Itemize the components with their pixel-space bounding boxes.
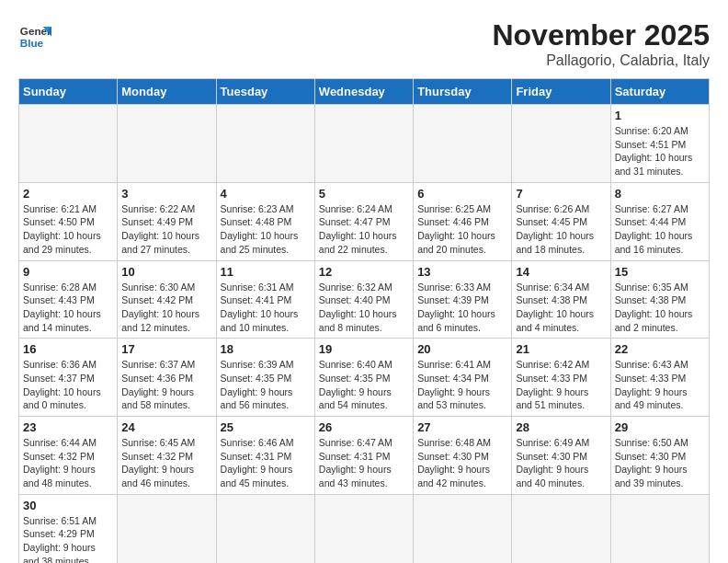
calendar-cell: 18Sunrise: 6:39 AM Sunset: 4:35 PM Dayli… — [216, 339, 314, 417]
day-number: 12 — [319, 265, 409, 279]
calendar-cell: 28Sunrise: 6:49 AM Sunset: 4:30 PM Dayli… — [512, 417, 610, 495]
day-number: 25 — [221, 420, 311, 434]
calendar-cell: 13Sunrise: 6:33 AM Sunset: 4:39 PM Dayli… — [414, 260, 512, 339]
calendar-cell: 22Sunrise: 6:43 AM Sunset: 4:33 PM Dayli… — [610, 339, 709, 417]
calendar-cell — [118, 494, 216, 563]
day-info: Sunrise: 6:33 AM Sunset: 4:39 PM Dayligh… — [417, 281, 507, 335]
day-info: Sunrise: 6:22 AM Sunset: 4:49 PM Dayligh… — [121, 202, 211, 257]
calendar-cell: 9Sunrise: 6:28 AM Sunset: 4:43 PM Daylig… — [19, 260, 118, 339]
day-number: 7 — [516, 187, 606, 201]
day-info: Sunrise: 6:40 AM Sunset: 4:35 PM Dayligh… — [319, 358, 409, 412]
day-info: Sunrise: 6:51 AM Sunset: 4:29 PM Dayligh… — [23, 514, 113, 563]
day-info: Sunrise: 6:48 AM Sunset: 4:30 PM Dayligh… — [417, 436, 507, 490]
day-info: Sunrise: 6:32 AM Sunset: 4:40 PM Dayligh… — [319, 281, 409, 335]
calendar-cell — [512, 494, 610, 563]
day-info: Sunrise: 6:36 AM Sunset: 4:37 PM Dayligh… — [23, 358, 113, 412]
calendar-cell: 29Sunrise: 6:50 AM Sunset: 4:30 PM Dayli… — [610, 417, 709, 495]
day-number: 5 — [319, 187, 409, 201]
calendar-cell: 26Sunrise: 6:47 AM Sunset: 4:31 PM Dayli… — [314, 417, 413, 495]
calendar-cell — [314, 494, 413, 563]
col-header-tuesday: Tuesday — [216, 79, 314, 105]
day-number: 17 — [121, 342, 211, 356]
day-number: 4 — [221, 187, 311, 201]
calendar-header-row: SundayMondayTuesdayWednesdayThursdayFrid… — [19, 79, 710, 105]
day-info: Sunrise: 6:46 AM Sunset: 4:31 PM Dayligh… — [221, 436, 311, 490]
calendar-cell — [118, 105, 216, 183]
svg-text:Blue: Blue — [20, 37, 44, 49]
title-block: November 2025 Pallagorio, Calabria, Ital… — [492, 18, 710, 69]
day-number: 21 — [516, 342, 606, 356]
day-info: Sunrise: 6:24 AM Sunset: 4:47 PM Dayligh… — [319, 202, 409, 257]
day-info: Sunrise: 6:26 AM Sunset: 4:45 PM Dayligh… — [516, 202, 606, 257]
day-number: 16 — [23, 342, 113, 356]
day-number: 22 — [615, 342, 705, 356]
day-number: 8 — [615, 187, 705, 201]
day-number: 30 — [23, 499, 113, 512]
calendar-cell: 5Sunrise: 6:24 AM Sunset: 4:47 PM Daylig… — [314, 182, 413, 260]
day-number: 13 — [417, 265, 507, 279]
day-info: Sunrise: 6:30 AM Sunset: 4:42 PM Dayligh… — [121, 281, 211, 335]
calendar-cell — [314, 105, 413, 183]
col-header-saturday: Saturday — [610, 79, 709, 105]
col-header-monday: Monday — [118, 79, 216, 105]
day-number: 9 — [23, 265, 113, 279]
calendar-cell: 23Sunrise: 6:44 AM Sunset: 4:32 PM Dayli… — [19, 417, 118, 495]
calendar-cell: 3Sunrise: 6:22 AM Sunset: 4:49 PM Daylig… — [118, 182, 216, 260]
day-info: Sunrise: 6:47 AM Sunset: 4:31 PM Dayligh… — [319, 436, 409, 490]
calendar-cell: 8Sunrise: 6:27 AM Sunset: 4:44 PM Daylig… — [610, 182, 709, 260]
day-info: Sunrise: 6:43 AM Sunset: 4:33 PM Dayligh… — [615, 358, 705, 412]
month-title: November 2025 — [492, 18, 710, 52]
calendar-week-row: 30Sunrise: 6:51 AM Sunset: 4:29 PM Dayli… — [19, 494, 710, 563]
day-info: Sunrise: 6:35 AM Sunset: 4:38 PM Dayligh… — [615, 281, 705, 335]
day-info: Sunrise: 6:34 AM Sunset: 4:38 PM Dayligh… — [516, 281, 606, 335]
calendar-cell: 20Sunrise: 6:41 AM Sunset: 4:34 PM Dayli… — [414, 339, 512, 417]
calendar-cell — [414, 105, 512, 183]
calendar-cell: 7Sunrise: 6:26 AM Sunset: 4:45 PM Daylig… — [512, 182, 610, 260]
calendar-cell: 16Sunrise: 6:36 AM Sunset: 4:37 PM Dayli… — [19, 339, 118, 417]
day-number: 28 — [516, 420, 606, 434]
logo: General Blue — [18, 18, 51, 52]
calendar-cell: 15Sunrise: 6:35 AM Sunset: 4:38 PM Dayli… — [610, 260, 709, 339]
day-number: 27 — [417, 420, 507, 434]
calendar-cell: 14Sunrise: 6:34 AM Sunset: 4:38 PM Dayli… — [512, 260, 610, 339]
day-number: 1 — [615, 109, 705, 122]
day-number: 18 — [221, 342, 311, 356]
calendar-week-row: 1Sunrise: 6:20 AM Sunset: 4:51 PM Daylig… — [19, 105, 710, 183]
day-info: Sunrise: 6:41 AM Sunset: 4:34 PM Dayligh… — [417, 358, 507, 412]
day-number: 6 — [417, 187, 507, 201]
day-number: 26 — [319, 420, 409, 434]
day-info: Sunrise: 6:50 AM Sunset: 4:30 PM Dayligh… — [615, 436, 705, 490]
calendar-table: SundayMondayTuesdayWednesdayThursdayFrid… — [18, 78, 710, 563]
calendar-cell: 4Sunrise: 6:23 AM Sunset: 4:48 PM Daylig… — [216, 182, 314, 260]
day-info: Sunrise: 6:21 AM Sunset: 4:50 PM Dayligh… — [23, 202, 113, 257]
day-number: 20 — [417, 342, 507, 356]
location: Pallagorio, Calabria, Italy — [492, 52, 710, 69]
day-number: 29 — [615, 420, 705, 434]
col-header-wednesday: Wednesday — [314, 79, 413, 105]
day-info: Sunrise: 6:42 AM Sunset: 4:33 PM Dayligh… — [516, 358, 606, 412]
calendar-cell: 1Sunrise: 6:20 AM Sunset: 4:51 PM Daylig… — [610, 105, 709, 183]
calendar-cell: 19Sunrise: 6:40 AM Sunset: 4:35 PM Dayli… — [314, 339, 413, 417]
calendar-cell: 25Sunrise: 6:46 AM Sunset: 4:31 PM Dayli… — [216, 417, 314, 495]
day-info: Sunrise: 6:25 AM Sunset: 4:46 PM Dayligh… — [417, 202, 507, 257]
logo-icon: General Blue — [18, 18, 51, 52]
day-number: 14 — [516, 265, 606, 279]
calendar-cell: 10Sunrise: 6:30 AM Sunset: 4:42 PM Dayli… — [118, 260, 216, 339]
day-number: 11 — [221, 265, 311, 279]
day-number: 19 — [319, 342, 409, 356]
day-info: Sunrise: 6:49 AM Sunset: 4:30 PM Dayligh… — [516, 436, 606, 490]
page-header: General Blue November 2025 Pallagorio, C… — [18, 18, 710, 69]
day-number: 3 — [121, 187, 211, 201]
calendar-week-row: 23Sunrise: 6:44 AM Sunset: 4:32 PM Dayli… — [19, 417, 710, 495]
calendar-cell — [216, 494, 314, 563]
day-info: Sunrise: 6:44 AM Sunset: 4:32 PM Dayligh… — [23, 436, 113, 490]
calendar-cell: 11Sunrise: 6:31 AM Sunset: 4:41 PM Dayli… — [216, 260, 314, 339]
calendar-week-row: 2Sunrise: 6:21 AM Sunset: 4:50 PM Daylig… — [19, 182, 710, 260]
day-number: 15 — [615, 265, 705, 279]
calendar-cell: 27Sunrise: 6:48 AM Sunset: 4:30 PM Dayli… — [414, 417, 512, 495]
calendar-cell: 21Sunrise: 6:42 AM Sunset: 4:33 PM Dayli… — [512, 339, 610, 417]
col-header-thursday: Thursday — [414, 79, 512, 105]
calendar-cell — [19, 105, 118, 183]
calendar-cell: 30Sunrise: 6:51 AM Sunset: 4:29 PM Dayli… — [19, 494, 118, 563]
day-info: Sunrise: 6:45 AM Sunset: 4:32 PM Dayligh… — [121, 436, 211, 490]
